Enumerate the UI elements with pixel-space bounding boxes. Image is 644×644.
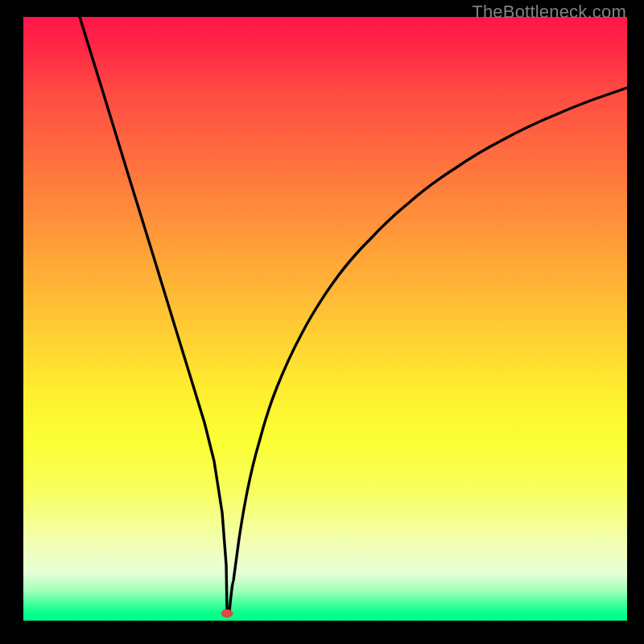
chart-frame: TheBottleneck.com xyxy=(0,0,644,644)
minimum-marker xyxy=(221,609,233,617)
plot-area xyxy=(23,17,627,621)
watermark-text: TheBottleneck.com xyxy=(472,2,626,23)
bottleneck-curve xyxy=(80,17,627,611)
curve-layer xyxy=(23,17,627,621)
